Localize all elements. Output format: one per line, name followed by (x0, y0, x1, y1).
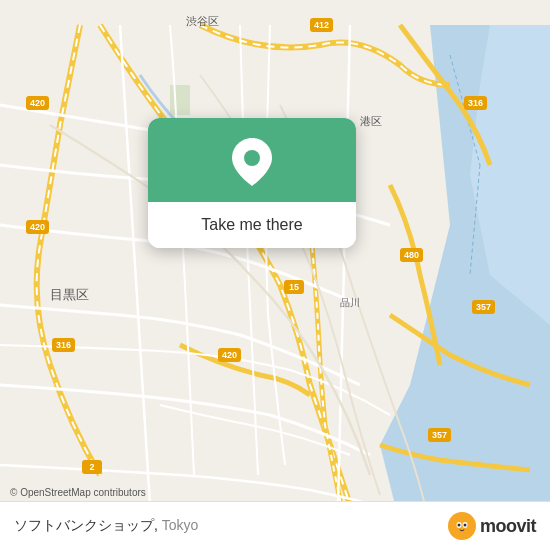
road-badge-420a: 420 (26, 96, 49, 110)
moovit-icon (448, 512, 476, 540)
label-shibuya: 渋谷区 (186, 14, 219, 29)
location-city-text: Tokyo (162, 517, 199, 533)
svg-point-10 (457, 524, 460, 527)
map-container: 412 316 357 357 480 420 420 420 316 15 2… (0, 0, 550, 550)
label-shinagawa: 品川 (340, 296, 360, 310)
take-me-there-button[interactable]: Take me there (148, 202, 356, 248)
moovit-logo: moovit (448, 512, 536, 540)
svg-point-6 (244, 150, 260, 166)
road-badge-15: 15 (284, 280, 304, 294)
road-badge-316: 316 (464, 96, 487, 110)
moovit-text: moovit (480, 516, 536, 537)
map-copyright: © OpenStreetMap contributors (10, 487, 146, 498)
bottom-bar: ソフトバンクショップ, Tokyo moovit (0, 501, 550, 550)
road-badge-420b: 420 (26, 220, 49, 234)
road-badge-2: 2 (82, 460, 102, 474)
location-card: Take me there (148, 118, 356, 248)
road-badge-480: 480 (400, 248, 423, 262)
svg-point-11 (463, 524, 466, 527)
road-badge-412: 412 (310, 18, 333, 32)
svg-point-7 (453, 517, 471, 535)
label-meguro: 目黒区 (50, 286, 89, 304)
card-header (148, 118, 356, 202)
location-name-text: ソフトバンクショップ, (14, 517, 158, 533)
road-badge-357b: 357 (428, 428, 451, 442)
road-badge-357a: 357 (472, 300, 495, 314)
road-badge-420c: 420 (218, 348, 241, 362)
location-pin-icon (230, 140, 274, 184)
svg-rect-5 (170, 85, 190, 115)
label-minato: 港区 (360, 114, 382, 129)
road-badge-316b: 316 (52, 338, 75, 352)
location-name: ソフトバンクショップ, Tokyo (14, 517, 198, 535)
